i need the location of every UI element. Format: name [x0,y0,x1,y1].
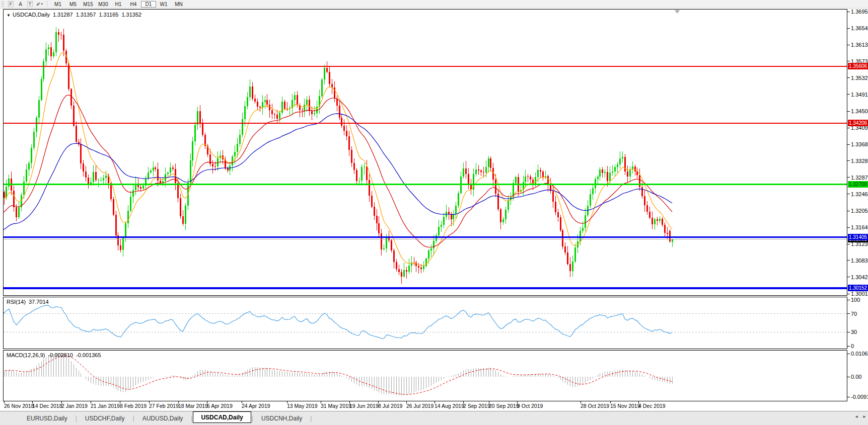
price-axis-label: 1.34500 [851,108,868,114]
price-axis-label: 1.32050 [851,208,868,214]
date-axis-label: 8 Feb 2019 [120,403,147,409]
timeframe-button-h1[interactable]: H1 [111,1,126,8]
date-axis-label: 27 Feb 2019 [149,403,179,409]
candlestick-layer [2,27,672,284]
price-axis-label: 1.30830 [851,258,868,264]
date-axis-label: 4 Dec 2019 [638,403,666,409]
timeframe-button-h4[interactable]: H4 [126,1,141,8]
rsi-layer [0,305,847,338]
chart-canvas[interactable] [0,0,868,425]
date-axis-label: 14 Dec 2018 [32,403,62,409]
chart-tab-usdcnh[interactable]: USDCNH,Daily [254,413,310,423]
price-axis-label: 1.30010 [851,291,868,297]
date-axis-label: 2 Sep 2019 [463,403,490,409]
text-tool-icon[interactable]: A [16,1,25,8]
timeframe-button-w1[interactable]: W1 [156,1,171,8]
macd-label: MACD(12,26,9)-0.002810-0.001365 [7,352,104,358]
toolbar: FAT✐▾ M1M5M15M30H1H4D1W1MN [0,0,868,9]
date-axis-label: 9 Oct 2019 [517,403,543,409]
symbol-name: USDCAD,Daily [13,12,50,18]
price-axis-label: 1.35320 [851,75,868,81]
rsi-axis-label: 100 [851,297,860,303]
tab-scroll-left-icon[interactable]: ◄ [854,414,858,419]
arrow-tool-icon[interactable]: ✐▾ [35,1,44,8]
date-axis-label: 8 Jul 2019 [378,403,402,409]
date-axis-label: 21 Jan 2019 [91,403,120,409]
symbol-header[interactable]: ▼USDCAD,Daily1.312871.313571.311651.3135… [7,12,144,18]
ohlc-close: 1.31352 [121,12,141,18]
line-studies-toolbar: FAT✐▾ [6,1,44,8]
date-axis-label: 31 May 2019 [321,403,351,409]
date-axis-label: 26 Nov 2018 [4,403,34,409]
macd-signal-value: -0.001365 [76,352,101,358]
date-axis-label: 20 Sep 2019 [489,403,519,409]
chart-shift-marker-icon [675,10,680,14]
price-axis-label: 1.33280 [851,158,868,164]
hline-price-badge: 1.35606 [848,63,868,69]
chart-tab-usdchf[interactable]: USDCHF,Daily [78,413,132,423]
date-axis-label: 2 Jan 2019 [61,403,88,409]
price-axis-label: 1.36950 [851,9,868,15]
price-axis-label: 1.32870 [851,175,868,181]
moving-averages-layer [0,53,672,270]
date-axis-label: 18 Mar 2019 [178,403,208,409]
chart-tabs: EURUSD,Daily|USDCHF,Daily|AUDUSD,Daily|U… [19,413,312,423]
timeframe-button-mn[interactable]: MN [171,1,186,8]
timeframe-button-m1[interactable]: M1 [50,1,65,8]
price-axis-label: 1.31640 [851,224,868,230]
date-axis-label: 5 Apr 2019 [207,403,233,409]
collapse-icon[interactable]: ▼ [7,13,11,18]
dropdown-caret-icon[interactable]: ▾ [41,2,43,6]
toolbar-drag-handle[interactable] [2,2,4,7]
rsi-axis-label: 70 [851,311,857,317]
price-axis-label: 1.36130 [851,42,868,48]
date-axis-label: 26 Jul 2019 [406,403,433,409]
price-axis-label: 1.30420 [851,274,868,280]
timeframe-button-m5[interactable]: M5 [65,1,81,8]
chart-tab-audusd[interactable]: AUDUSD,Daily [135,413,191,423]
tab-scroll-right-icon[interactable]: ► [862,414,866,419]
fibonacci-tool-icon[interactable]: F [6,1,16,8]
date-axis-label: 24 Apr 2019 [242,403,270,409]
rsi-axis-label: 30 [851,329,857,335]
timeframe-button-d1[interactable]: D1 [141,1,156,8]
timeframe-button-m30[interactable]: M30 [96,1,111,8]
timeframe-toolbar: M1M5M15M30H1H4D1W1MN [50,1,186,8]
chart-tab-eurusd[interactable]: EURUSD,Daily [19,413,75,423]
macd-axis-label: 0.00 [851,374,861,380]
price-axis-label: 1.34910 [851,92,868,98]
text-label-tool-icon[interactable]: T [25,1,35,8]
rsi-label: RSI(14)37.7014 [7,299,52,305]
macd-axis-label: -0.00918 [851,394,868,400]
date-axis-label: 28 Oct 2019 [581,403,609,409]
ohlc-open: 1.31287 [53,12,73,18]
price-axis-label: 1.32460 [851,191,868,197]
price-axis-label: 1.36540 [851,25,868,31]
date-axis-label: 15 Nov 2019 [610,403,640,409]
date-axis-label: 14 Aug 2019 [435,403,464,409]
tab-scroll-buttons: ◄ ► [854,414,866,419]
hline-price-badge: 1.31405 [848,234,868,240]
macd-name: MACD(12,26,9) [7,352,45,358]
date-axis-label: 19 Jun 2019 [349,403,379,409]
tab-separator: | [310,415,312,422]
rsi-name: RSI(14) [7,299,26,305]
date-axis-label: 13 May 2019 [287,403,318,409]
macd-value: -0.002810 [48,352,73,358]
macd-layer [2,353,672,396]
hline-price-badge: 1.30152 [848,285,868,291]
macd-axis-label: 0.010615 [851,351,868,357]
timeframe-button-m15[interactable]: M15 [81,1,96,8]
toolbar-separator [47,1,48,7]
chart-tab-bar: EURUSD,Daily|USDCHF,Daily|AUDUSD,Daily|U… [0,411,868,425]
rsi-axis-label: 0 [851,343,854,349]
mt4-window: FAT✐▾ M1M5M15M30H1H4D1W1MN ▼USDCAD,Daily… [0,0,868,425]
price-axis-label: 1.33680 [851,141,868,147]
hline-price-badge: 1.32700 [848,181,868,188]
ohlc-low: 1.31165 [99,12,118,18]
chart-tab-usdcad[interactable]: USDCAD,Daily [193,411,251,423]
ohlc-high: 1.31357 [76,12,96,18]
rsi-value: 37.7014 [29,299,49,305]
hline-price-badge: 1.34206 [848,120,868,126]
